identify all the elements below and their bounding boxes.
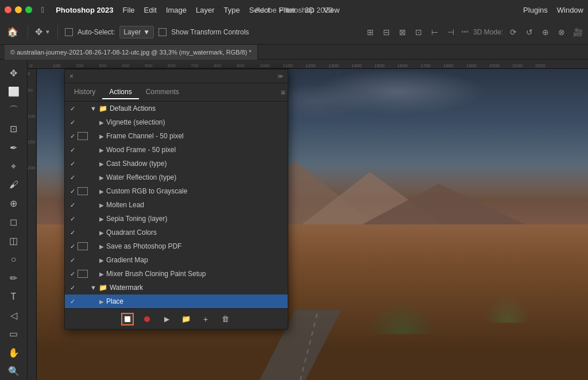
action-icon-box (78, 242, 88, 250)
tool-pen[interactable]: ✏ (5, 269, 23, 286)
ruler-mark: 600 (168, 63, 191, 68)
main-area: ✥ ⬜ ⌒ ⊡ ✒ ⌖ 🖌 ⊕ ◻ ◫ ○ ✏ T ◁ ▭ ✋ 🔍 0 100 … (0, 60, 588, 380)
tool-hand[interactable]: ✋ (5, 344, 23, 361)
auto-select-checkbox[interactable] (65, 28, 73, 36)
tab-actions[interactable]: Actions (102, 86, 138, 99)
panel-tabs: History Actions Comments ≡ (65, 83, 288, 102)
tool-stamp[interactable]: ⊕ (5, 195, 23, 212)
record-button[interactable] (141, 313, 153, 325)
panel-collapse-btn[interactable]: ≫ (277, 73, 283, 79)
vegetation (368, 300, 436, 334)
action-list-item[interactable]: ✓▶Frame Channel - 50 pixel (65, 129, 288, 143)
action-checkmark: ✓ (67, 188, 78, 195)
action-list-item[interactable]: ✓▶Save as Photoshop PDF (65, 239, 288, 253)
new-folder-button[interactable]: 📁 (180, 313, 192, 325)
menu-file[interactable]: File (123, 6, 135, 14)
action-list-item[interactable]: ✓▶Cast Shadow (type) (65, 157, 288, 170)
new-action-button[interactable]: + (199, 313, 212, 325)
action-list-item[interactable]: ✓▶Water Reflection (type) (65, 170, 288, 184)
tool-move[interactable]: ✥ (5, 64, 23, 82)
more-options[interactable]: ••• (461, 28, 469, 36)
toolbar-separator (28, 25, 28, 39)
action-expand-arrow: ▶ (97, 161, 106, 167)
action-list-item[interactable]: ✓▶Quadrant Colors (65, 226, 288, 239)
menu-type[interactable]: Type (224, 6, 240, 14)
folder-emoji: 📁 (99, 284, 107, 292)
tab-history[interactable]: History (67, 86, 102, 99)
action-checkmark: ✓ (67, 119, 78, 126)
action-list-item[interactable]: ✓▼📁Default Actions (65, 102, 288, 115)
action-list-item[interactable]: ✓▶Custom RGB to Grayscale (65, 184, 288, 198)
action-checkmark: ✓ (67, 146, 78, 154)
tool-eyedropper[interactable]: ✒ (5, 139, 23, 156)
tool-dodge[interactable]: ○ (5, 251, 23, 268)
ruler-mark: 1800 (443, 63, 466, 68)
auto-select-dropdown[interactable]: Layer ▼ (119, 26, 154, 38)
align-icon-1[interactable]: ⊞ (365, 26, 376, 38)
menu-image[interactable]: Image (166, 6, 187, 14)
panel-menu-btn[interactable]: ≡ (281, 88, 285, 97)
tab-comments[interactable]: Comments (139, 86, 186, 99)
action-list-item[interactable]: ✓▶Sepia Toning (layer) (65, 212, 288, 226)
align-icon-4[interactable]: ⊡ (413, 26, 424, 38)
action-list-item[interactable]: ✓▶Wood Frame - 50 pixel (65, 143, 288, 157)
tool-selection[interactable]: ⬜ (5, 83, 23, 100)
ruler-mark: 1000 (260, 63, 283, 68)
align-icon-3[interactable]: ⊠ (397, 26, 408, 38)
dropdown-arrow: ▼ (143, 28, 150, 36)
tool-crop[interactable]: ⊡ (5, 120, 23, 137)
tool-heal[interactable]: ⌖ (5, 157, 23, 175)
tool-shape[interactable]: ▭ (5, 325, 23, 343)
menu-edit[interactable]: Edit (144, 6, 157, 14)
action-list-item[interactable]: ✓▶Molten Lead (65, 198, 288, 212)
tool-gradient[interactable]: ◫ (5, 232, 23, 249)
align-icon-6[interactable]: ⊣ (445, 26, 457, 38)
ruler-mark: 200 (76, 63, 99, 68)
tool-eraser[interactable]: ◻ (5, 214, 23, 231)
3d-icon-5[interactable]: 🎥 (572, 26, 583, 38)
home-button[interactable]: 🏠 (5, 24, 21, 40)
action-name: Wood Frame - 50 pixel (106, 146, 285, 154)
document-tab[interactable]: © australian-journey-2021-08-26-17-08-12… (5, 45, 258, 60)
3d-icon-4[interactable]: ⊗ (556, 26, 567, 38)
action-checkmark: ✓ (67, 257, 78, 264)
3d-icon-2[interactable]: ↺ (524, 26, 535, 38)
tool-path[interactable]: ◁ (5, 307, 23, 324)
ruler-mark: 800 (214, 63, 237, 68)
ruler-mark: 500 (145, 63, 168, 68)
play-icon: ▶ (164, 315, 169, 323)
panel-close-btn[interactable]: × (69, 72, 74, 80)
tab-title: © australian-journey-2021-08-26-17-08-12… (10, 49, 252, 56)
panel-bottom-toolbar: ▶ 📁 + 🗑 (65, 308, 288, 329)
menu-window[interactable]: Window (557, 6, 583, 14)
menu-layer[interactable]: Layer (196, 6, 215, 14)
minimize-button[interactable] (15, 6, 22, 13)
3d-icon-1[interactable]: ⟳ (508, 26, 519, 38)
3d-icon-3[interactable]: ⊕ (540, 26, 551, 38)
folder-emoji: 📁 (99, 104, 107, 113)
play-button[interactable]: ▶ (160, 313, 173, 325)
action-list-item[interactable]: ✓▶Place (65, 294, 288, 308)
tool-lasso[interactable]: ⌒ (5, 102, 23, 119)
action-name: Cast Shadow (type) (106, 160, 285, 168)
action-icon-box (78, 132, 88, 140)
delete-button[interactable]: 🗑 (219, 313, 231, 325)
action-list-item[interactable]: ✓▼📁Watermark (65, 281, 288, 294)
maximize-button[interactable] (25, 6, 32, 13)
menu-plugins[interactable]: Plugins (523, 6, 548, 14)
tool-brush[interactable]: 🖌 (5, 176, 23, 193)
action-list-item[interactable]: ✓▶Mixer Brush Cloning Paint Setup (65, 267, 288, 281)
ruler-v-mark: 50 (28, 88, 36, 93)
ruler-mark: 1300 (328, 63, 351, 68)
action-list-item[interactable]: ✓▶Gradient Map (65, 253, 288, 267)
action-checkmark: ✓ (67, 270, 78, 278)
stop-button[interactable] (121, 313, 134, 325)
menu-bar-right: Plugins Window (523, 6, 583, 14)
align-icon-5[interactable]: ⊢ (429, 26, 440, 38)
align-icon-2[interactable]: ⊟ (381, 26, 392, 38)
tool-zoom[interactable]: 🔍 (5, 363, 23, 380)
action-list-item[interactable]: ✓▶Vignette (selection) (65, 115, 288, 129)
tool-text[interactable]: T (5, 288, 23, 305)
show-transform-checkbox[interactable] (158, 28, 167, 36)
close-button[interactable] (5, 6, 11, 13)
